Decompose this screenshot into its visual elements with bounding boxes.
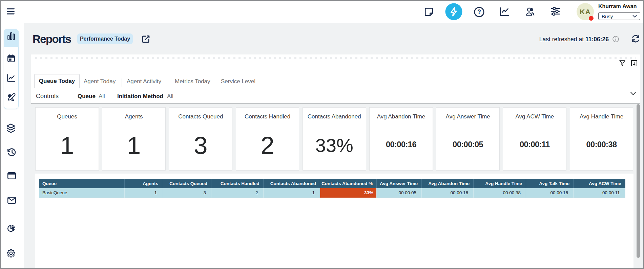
svg-text:?: ? [477, 8, 481, 15]
